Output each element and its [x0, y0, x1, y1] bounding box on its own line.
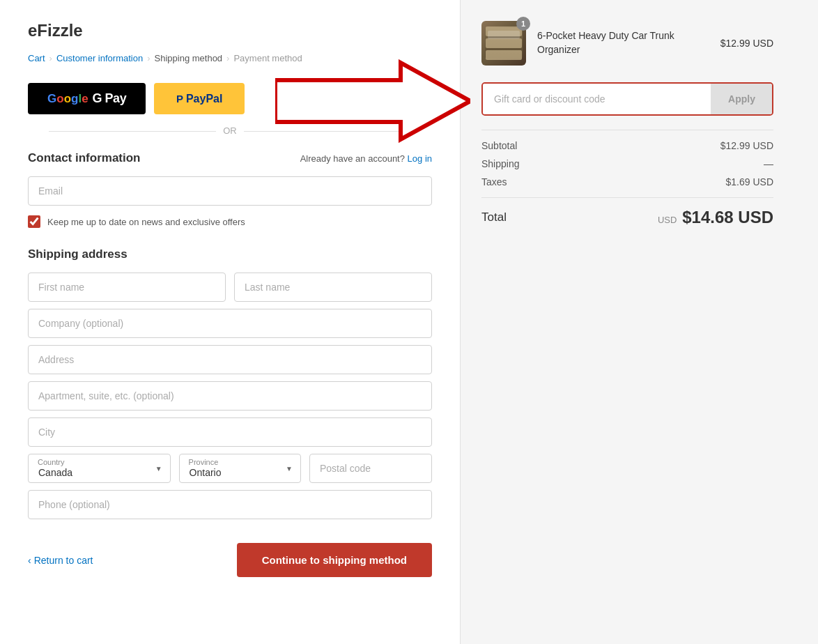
- total-label: Total: [481, 210, 507, 224]
- contact-section-title: Contact information: [28, 151, 141, 165]
- postal-field[interactable]: [309, 454, 432, 483]
- chevron-left-icon: ‹: [28, 555, 31, 566]
- shipping-row: Shipping —: [481, 158, 773, 169]
- gpay-button[interactable]: Google G Pay: [28, 83, 146, 114]
- summary-divider-bottom: [481, 197, 773, 198]
- gpay-label: G Pay: [93, 91, 127, 106]
- product-name: 6-Pocket Heavy Duty Car Trunk Organizer: [537, 29, 709, 56]
- discount-code-row: Apply: [481, 82, 773, 116]
- country-select-container: Country Canada United States ▼: [28, 454, 171, 483]
- city-field[interactable]: [28, 417, 432, 447]
- contact-section-header: Contact information Already have an acco…: [28, 151, 432, 165]
- newsletter-checkbox[interactable]: [28, 215, 40, 228]
- breadcrumb-sep-1: ›: [49, 53, 52, 63]
- subtotal-label: Subtotal: [481, 140, 517, 151]
- address-field[interactable]: [28, 345, 432, 374]
- breadcrumb-sep-3: ›: [226, 53, 229, 63]
- total-row: Total USD $14.68 USD: [481, 208, 773, 227]
- return-to-cart-link[interactable]: ‹ Return to cart: [28, 555, 93, 566]
- gpay-g-icon: Google: [47, 92, 88, 106]
- return-cart-label: Return to cart: [34, 555, 93, 566]
- continue-to-shipping-button[interactable]: Continue to shipping method: [237, 543, 432, 577]
- name-row: [28, 273, 432, 302]
- breadcrumb-cart[interactable]: Cart: [28, 53, 45, 63]
- last-name-field[interactable]: [234, 273, 432, 302]
- phone-field[interactable]: [28, 490, 432, 519]
- email-field[interactable]: [28, 176, 432, 206]
- breadcrumb: Cart › Customer information › Shipping m…: [28, 53, 432, 63]
- total-currency: USD: [658, 215, 677, 225]
- province-select-container: Province Ontario British Columbia Quebec…: [179, 454, 301, 483]
- newsletter-row: Keep me up to date on news and exclusive…: [28, 215, 432, 228]
- apt-field[interactable]: [28, 381, 432, 411]
- breadcrumb-customer-info[interactable]: Customer information: [56, 53, 143, 63]
- taxes-label: Taxes: [481, 176, 507, 187]
- product-price: $12.99 USD: [720, 38, 773, 49]
- breadcrumb-sep-2: ›: [147, 53, 150, 63]
- product-row: 1 6-Pocket Heavy Duty Car Trunk Organize…: [481, 21, 773, 66]
- summary-divider-top: [481, 130, 773, 130]
- product-info: 6-Pocket Heavy Duty Car Trunk Organizer: [537, 29, 709, 56]
- shipping-value: —: [764, 158, 773, 169]
- product-image-wrap: 1: [481, 21, 526, 66]
- discount-code-input[interactable]: [483, 84, 711, 114]
- newsletter-label[interactable]: Keep me up to date on news and exclusive…: [47, 217, 245, 227]
- total-amount-group: USD $14.68 USD: [658, 208, 773, 227]
- taxes-value: $1.69 USD: [726, 176, 773, 187]
- country-select[interactable]: Canada United States: [28, 454, 171, 483]
- left-panel: eFizzle Cart › Customer information › Sh…: [0, 0, 460, 644]
- login-prompt: Already have an account? Log in: [300, 153, 432, 164]
- shipping-section-title: Shipping address: [28, 247, 432, 261]
- paypal-icon: P: [176, 93, 183, 105]
- taxes-row: Taxes $1.69 USD: [481, 176, 773, 187]
- footer-actions: ‹ Return to cart Continue to shipping me…: [28, 543, 432, 577]
- breadcrumb-payment-method: Payment method: [233, 53, 302, 63]
- total-amount: $14.68 USD: [682, 208, 773, 227]
- payment-buttons-row: Google G Pay P PayPal: [28, 83, 432, 114]
- subtotal-value: $12.99 USD: [720, 140, 773, 151]
- product-quantity-badge: 1: [516, 17, 530, 31]
- first-name-field[interactable]: [28, 273, 226, 302]
- apply-discount-button[interactable]: Apply: [711, 84, 772, 114]
- province-select[interactable]: Ontario British Columbia Quebec Alberta: [179, 454, 301, 483]
- country-province-row: Country Canada United States ▼ Province …: [28, 454, 432, 483]
- store-name: eFizzle: [28, 21, 432, 40]
- login-link[interactable]: Log in: [408, 153, 432, 164]
- subtotal-row: Subtotal $12.99 USD: [481, 140, 773, 151]
- right-panel: 1 6-Pocket Heavy Duty Car Trunk Organize…: [460, 0, 794, 644]
- shipping-label: Shipping: [481, 158, 520, 169]
- paypal-label: PayPal: [186, 93, 222, 105]
- paypal-button[interactable]: P PayPal: [154, 83, 245, 114]
- or-divider: OR: [28, 125, 432, 136]
- breadcrumb-shipping-method: Shipping method: [155, 53, 223, 63]
- company-field[interactable]: [28, 309, 432, 338]
